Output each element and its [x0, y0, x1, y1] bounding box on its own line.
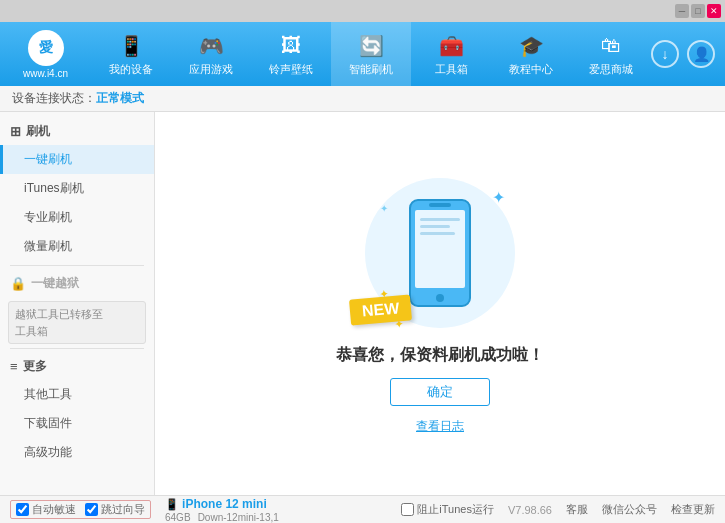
nav-icon-toolbox: 🧰 — [437, 32, 465, 60]
svg-rect-6 — [420, 232, 455, 235]
sidebar-divider-1 — [10, 265, 144, 266]
customer-service-link[interactable]: 客服 — [566, 502, 588, 517]
stop-itunes-label: 阻止iTunes运行 — [417, 502, 494, 517]
nav-label-tutorial: 教程中心 — [509, 62, 553, 77]
sidebar-section-jailbreak: 🔒 一键越狱 — [0, 270, 154, 297]
nav-item-my-device[interactable]: 📱我的设备 — [91, 22, 171, 86]
new-badge: NEW — [349, 294, 412, 325]
sidebar-item-pro-flash[interactable]: 专业刷机 — [0, 203, 154, 232]
sidebar-item-itunes-flash[interactable]: iTunes刷机 — [0, 174, 154, 203]
nav-label-smart-flash: 智能刷机 — [349, 62, 393, 77]
sidebar-item-other-tools[interactable]: 其他工具 — [0, 380, 154, 409]
svg-rect-4 — [420, 218, 460, 221]
jailbreak-note: 越狱工具已转移至工具箱 — [8, 301, 146, 344]
svg-rect-2 — [429, 203, 451, 207]
auto-start-checkbox[interactable] — [16, 503, 29, 516]
header: 愛 www.i4.cn 📱我的设备🎮应用游戏🖼铃声壁纸🔄智能刷机🧰工具箱🎓教程中… — [0, 22, 725, 86]
svg-rect-5 — [420, 225, 450, 228]
logo-url: www.i4.cn — [23, 68, 68, 79]
nav-label-app-games: 应用游戏 — [189, 62, 233, 77]
nav-item-store[interactable]: 🛍爱思商城 — [571, 22, 651, 86]
success-message: 恭喜您，保资料刷机成功啦！ — [336, 345, 544, 366]
status-label: 设备连接状态： — [12, 90, 96, 107]
device-version: Down-12mini-13,1 — [198, 512, 279, 523]
back-link[interactable]: 查看日志 — [416, 418, 464, 435]
sidebar-section-flash: ⊞ 刷机 — [0, 118, 154, 145]
phone-svg — [405, 198, 475, 308]
logo-area: 愛 www.i4.cn — [0, 24, 91, 85]
jailbreak-label: 一键越狱 — [31, 275, 79, 292]
skip-guide-label: 跳过向导 — [101, 502, 145, 517]
flash-section-label: 刷机 — [26, 123, 50, 140]
nav-icon-app-games: 🎮 — [197, 32, 225, 60]
window-controls: ─ □ ✕ — [675, 4, 721, 18]
logo-icon: 愛 — [28, 30, 64, 66]
nav-item-ringtones[interactable]: 🖼铃声壁纸 — [251, 22, 331, 86]
confirm-button[interactable]: 确定 — [390, 378, 490, 406]
nav-label-ringtones: 铃声壁纸 — [269, 62, 313, 77]
bottom-right: 阻止iTunes运行 V7.98.66 客服 微信公众号 检查更新 — [401, 502, 715, 517]
sidebar-section-more: ≡ 更多 — [0, 353, 154, 380]
bottom-left: 自动敏速 跳过向导 📱 iPhone 12 mini 64GB Down-12m… — [10, 497, 401, 523]
nav-icon-smart-flash: 🔄 — [357, 32, 385, 60]
sidebar-item-one-key-flash[interactable]: 一键刷机 — [0, 145, 154, 174]
nav-icon-store: 🛍 — [597, 32, 625, 60]
check-update-link[interactable]: 检查更新 — [671, 502, 715, 517]
new-badge-text: NEW — [361, 299, 400, 319]
phone-illustration: ✦ ✦ NEW — [360, 173, 520, 333]
checkbox-area: 自动敏速 跳过向导 — [10, 500, 151, 519]
stop-itunes-checkbox[interactable] — [401, 503, 414, 516]
device-icon: 📱 — [165, 498, 179, 510]
nav-icon-tutorial: 🎓 — [517, 32, 545, 60]
nav-label-toolbox: 工具箱 — [435, 62, 468, 77]
star-decoration-1: ✦ — [492, 188, 505, 207]
minimize-button[interactable]: ─ — [675, 4, 689, 18]
stop-itunes: 阻止iTunes运行 — [401, 502, 494, 517]
jailbreak-icon: 🔒 — [10, 276, 26, 291]
svg-rect-1 — [415, 210, 465, 288]
nav-icon-my-device: 📱 — [117, 32, 145, 60]
bottom-bar: 自动敏速 跳过向导 📱 iPhone 12 mini 64GB Down-12m… — [0, 495, 725, 523]
star-decoration-2: ✦ — [380, 203, 388, 214]
device-storage: 64GB — [165, 512, 191, 523]
nav-icon-ringtones: 🖼 — [277, 32, 305, 60]
sidebar-divider-2 — [10, 348, 144, 349]
version-label: V7.98.66 — [508, 504, 552, 516]
title-bar: ─ □ ✕ — [0, 0, 725, 22]
nav-item-smart-flash[interactable]: 🔄智能刷机 — [331, 22, 411, 86]
sidebar: ⊞ 刷机 一键刷机 iTunes刷机 专业刷机 微量刷机 🔒 一键越狱 越狱工具… — [0, 112, 155, 495]
header-right: ↓ 👤 — [651, 40, 725, 68]
sidebar-item-download-firmware[interactable]: 下载固件 — [0, 409, 154, 438]
nav-label-store: 爱思商城 — [589, 62, 633, 77]
device-name: iPhone 12 mini — [182, 497, 267, 511]
more-section-label: 更多 — [23, 358, 47, 375]
close-button[interactable]: ✕ — [707, 4, 721, 18]
user-button[interactable]: 👤 — [687, 40, 715, 68]
nav-item-app-games[interactable]: 🎮应用游戏 — [171, 22, 251, 86]
skip-guide-checkbox[interactable] — [85, 503, 98, 516]
wechat-link[interactable]: 微信公众号 — [602, 502, 657, 517]
nav-item-tutorial[interactable]: 🎓教程中心 — [491, 22, 571, 86]
sidebar-item-advanced[interactable]: 高级功能 — [0, 438, 154, 467]
device-info: 📱 iPhone 12 mini 64GB Down-12mini-13,1 — [165, 497, 279, 523]
maximize-button[interactable]: □ — [691, 4, 705, 18]
main-layout: ⊞ 刷机 一键刷机 iTunes刷机 专业刷机 微量刷机 🔒 一键越狱 越狱工具… — [0, 112, 725, 495]
nav-item-toolbox[interactable]: 🧰工具箱 — [411, 22, 491, 86]
more-section-icon: ≡ — [10, 359, 18, 374]
nav-items: 📱我的设备🎮应用游戏🖼铃声壁纸🔄智能刷机🧰工具箱🎓教程中心🛍爱思商城 — [91, 22, 651, 86]
flash-section-icon: ⊞ — [10, 124, 21, 139]
download-button[interactable]: ↓ — [651, 40, 679, 68]
svg-point-3 — [436, 294, 444, 302]
success-container: ✦ ✦ NEW 恭喜您，保资料刷机成功啦！ 确定 查看日志 — [336, 173, 544, 435]
auto-start-label: 自动敏速 — [32, 502, 76, 517]
nav-label-my-device: 我的设备 — [109, 62, 153, 77]
status-value: 正常模式 — [96, 90, 144, 107]
status-bar: 设备连接状态： 正常模式 — [0, 86, 725, 112]
sidebar-item-recover-flash[interactable]: 微量刷机 — [0, 232, 154, 261]
content-area: ✦ ✦ NEW 恭喜您，保资料刷机成功啦！ 确定 查看日志 — [155, 112, 725, 495]
